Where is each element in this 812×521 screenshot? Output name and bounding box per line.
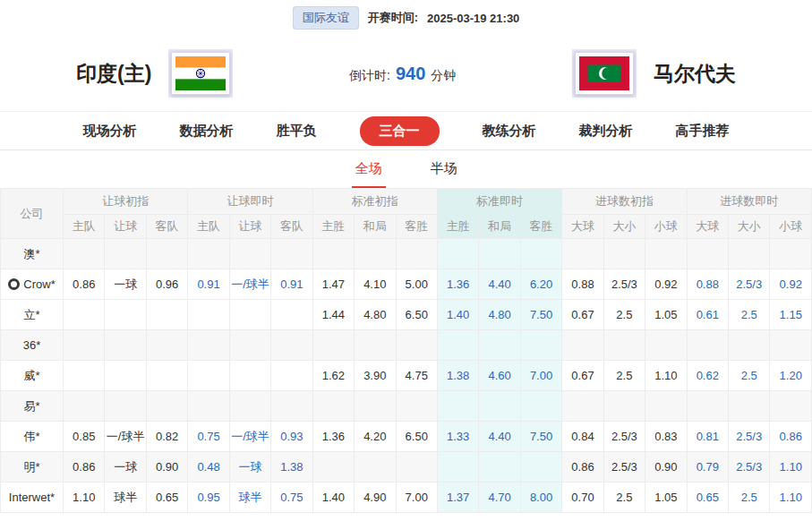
odds-cell: 1.47 <box>312 269 354 300</box>
odds-cell[interactable]: 0.48 <box>188 452 229 483</box>
company-cell[interactable]: 明* <box>1 452 64 483</box>
odds-cell[interactable]: 7.50 <box>520 300 561 330</box>
odds-cell[interactable]: 1.40 <box>437 300 478 330</box>
odds-cell[interactable]: 0.95 <box>188 483 229 513</box>
table-row: 澳* <box>1 239 812 269</box>
company-cell[interactable]: 36* <box>1 330 64 361</box>
company-cell[interactable]: Interwet* <box>1 483 64 513</box>
odds-cell: 0.85 <box>64 422 105 452</box>
odds-cell[interactable]: 2.5 <box>729 361 770 391</box>
odds-cell[interactable]: 8.00 <box>520 483 561 513</box>
odds-cell[interactable]: 0.61 <box>687 300 728 330</box>
odds-cell[interactable]: 球半 <box>229 483 270 513</box>
company-cell[interactable]: 易* <box>1 391 64 422</box>
start-time-label: 开赛时间: <box>368 10 418 26</box>
odds-cell <box>312 330 354 361</box>
odds-cell <box>520 391 561 422</box>
odds-cell <box>229 300 270 330</box>
odds-cell[interactable]: 1.10 <box>770 483 812 513</box>
odds-cell[interactable]: 1.20 <box>770 361 812 391</box>
odds-cell[interactable]: 一/球半 <box>229 422 270 452</box>
odds-cell[interactable]: 6.20 <box>520 269 561 300</box>
odds-cell <box>64 239 105 269</box>
odds-cell[interactable]: 0.86 <box>770 422 812 452</box>
scope-tabs: 全场半场 <box>0 150 812 188</box>
sub-header: 让球 <box>105 215 146 239</box>
odds-cell <box>729 330 770 361</box>
odds-cell[interactable]: 1.10 <box>770 452 812 483</box>
league-badge[interactable]: 国际友谊 <box>293 6 359 30</box>
odds-cell[interactable]: 0.91 <box>188 269 229 300</box>
company-cell[interactable]: 伟* <box>1 422 64 452</box>
company-cell[interactable]: 立* <box>1 300 64 330</box>
odds-cell[interactable]: 一球 <box>229 452 270 483</box>
countdown-unit: 分钟 <box>431 68 456 84</box>
odds-cell[interactable]: 7.50 <box>520 422 561 452</box>
nav-tab-1[interactable]: 现场分析 <box>83 123 137 140</box>
odds-cell[interactable]: 0.79 <box>687 452 728 483</box>
odds-cell[interactable]: 0.91 <box>271 269 312 300</box>
odds-cell[interactable]: 0.75 <box>188 422 229 452</box>
odds-cell[interactable]: 0.65 <box>687 483 728 513</box>
odds-cell <box>479 330 520 361</box>
odds-cell <box>437 330 478 361</box>
nav-tab-4[interactable]: 三合一 <box>360 116 440 146</box>
odds-cell[interactable]: 4.40 <box>479 422 520 452</box>
odds-cell[interactable]: 2.5/3 <box>729 452 770 483</box>
odds-cell: 3.90 <box>355 361 396 391</box>
odds-cell: 0.96 <box>146 269 187 300</box>
odds-cell[interactable]: 2.5/3 <box>729 269 770 300</box>
odds-cell[interactable]: 1.15 <box>770 300 812 330</box>
odds-cell[interactable]: 1.37 <box>437 483 478 513</box>
odds-cell <box>146 239 187 269</box>
odds-cell[interactable]: 0.93 <box>271 422 312 452</box>
odds-cell <box>64 330 105 361</box>
odds-cell[interactable]: 7.00 <box>520 361 561 391</box>
odds-cell[interactable]: 1.33 <box>437 422 478 452</box>
odds-cell[interactable]: 1.38 <box>437 361 478 391</box>
odds-cell[interactable]: 0.75 <box>271 483 312 513</box>
nav-tab-3[interactable]: 胜平负 <box>277 123 317 140</box>
company-cell[interactable]: Crow* <box>1 269 64 300</box>
odds-cell: 6.50 <box>396 300 437 330</box>
odds-cell[interactable]: 0.92 <box>770 269 812 300</box>
nav-tab-6[interactable]: 裁判分析 <box>579 123 633 140</box>
odds-cell: 0.86 <box>64 452 105 483</box>
odds-cell <box>355 452 396 483</box>
odds-cell <box>687 391 728 422</box>
company-cell[interactable]: 威* <box>1 361 64 391</box>
table-row: 易* <box>1 391 812 422</box>
company-cell[interactable]: 澳* <box>1 239 64 269</box>
odds-cell[interactable]: 0.62 <box>687 361 728 391</box>
odds-cell[interactable]: 2.5/3 <box>729 422 770 452</box>
odds-cell <box>603 239 645 269</box>
sub-header: 客队 <box>271 215 312 239</box>
table-row: 36* <box>1 330 812 361</box>
group-header-3: 标准初指 <box>312 189 437 215</box>
nav-tab-7[interactable]: 高手推荐 <box>676 123 730 140</box>
odds-cell <box>355 239 396 269</box>
odds-cell[interactable]: 一/球半 <box>229 269 270 300</box>
odds-cell[interactable]: 1.36 <box>437 269 478 300</box>
odds-cell[interactable]: 2.5 <box>729 300 770 330</box>
odds-cell <box>64 391 105 422</box>
nav-tab-2[interactable]: 数据分析 <box>180 123 234 140</box>
nav-tab-5[interactable]: 教练分析 <box>483 123 536 140</box>
odds-cell[interactable]: 0.88 <box>687 269 728 300</box>
odds-cell[interactable]: 4.40 <box>479 269 520 300</box>
odds-cell[interactable]: 0.81 <box>687 422 728 452</box>
odds-cell[interactable]: 1.38 <box>271 452 312 483</box>
odds-cell[interactable]: 4.60 <box>479 361 520 391</box>
scope-tab-1[interactable]: 全场 <box>352 150 386 188</box>
odds-cell <box>105 330 146 361</box>
odds-cell[interactable]: 4.70 <box>479 483 520 513</box>
odds-cell <box>562 239 603 269</box>
odds-cell: 一球 <box>105 269 146 300</box>
odds-cell[interactable]: 2.5 <box>729 483 770 513</box>
scope-tab-2[interactable]: 半场 <box>427 150 461 188</box>
countdown-value: 940 <box>396 64 425 84</box>
odds-cell[interactable]: 4.80 <box>479 300 520 330</box>
odds-cell <box>271 391 312 422</box>
odds-cell: 1.05 <box>645 300 687 330</box>
odds-cell: 1.44 <box>312 300 354 330</box>
